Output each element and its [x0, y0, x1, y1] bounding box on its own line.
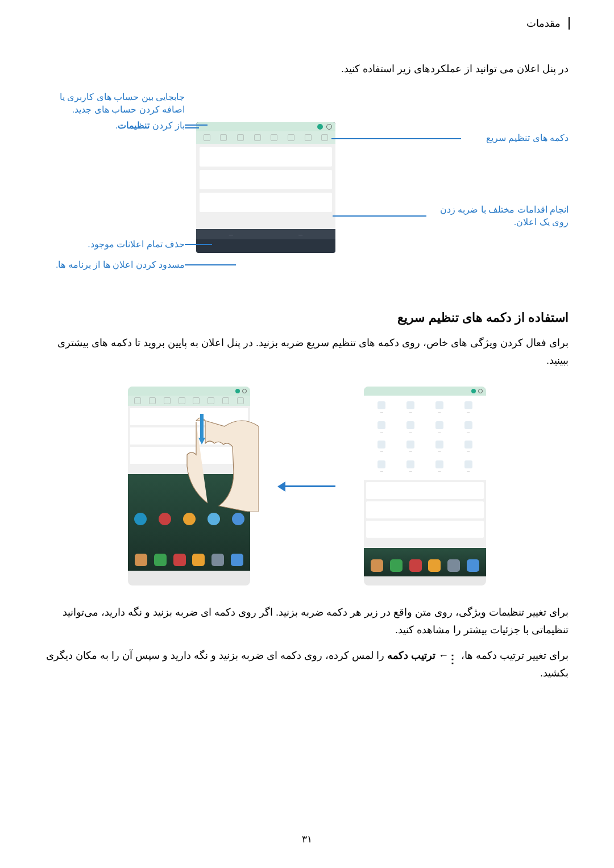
callout-line: [331, 138, 461, 139]
body3-bold: ترتیب دکمه: [387, 650, 435, 661]
gear-icon: [478, 389, 483, 393]
callout-line: [185, 244, 212, 245]
body-paragraph-1: برای فعال کردن ویژگی های خاص، روی دکمه ه…: [45, 334, 569, 369]
qs-icon: [288, 134, 294, 141]
panel-top-bar: [196, 122, 335, 131]
gear-icon: [326, 124, 332, 130]
notification-item: [200, 193, 332, 212]
chapter-header: مقدمات: [526, 17, 570, 30]
body-paragraph-3: برای تغییر ترتیب دکمه ها، ← ترتیب دکمه ر…: [45, 647, 569, 682]
quick-settings-bar: [196, 131, 335, 144]
callout-settings: باز کردن تنظیمات.: [113, 119, 185, 132]
dock: [364, 558, 486, 573]
notification-panel-diagram: — — جابجایی بین حساب های کاربری یا اصافه…: [0, 91, 614, 284]
callout-quick: دکمه های تنظیم سریع: [475, 132, 569, 144]
body3-pre: برای تغییر ترتیب دکمه ها،: [458, 650, 569, 661]
more-icon: [451, 651, 458, 661]
callout-line: [333, 215, 426, 217]
notification-item: [200, 170, 332, 189]
callout-line: [185, 124, 208, 126]
callout-accounts: جابجایی بین حساب های کاربری یا اصافه کرد…: [57, 91, 185, 117]
callout-clear: حذف تمام اعلانات موجود.: [75, 238, 185, 251]
panel-swipe-screenshot: [128, 387, 250, 585]
contacts-icon: [428, 559, 441, 572]
notification-item: [200, 147, 332, 167]
screenshot-row: — — — — — — — — — — — — — — — —: [0, 381, 614, 591]
intro-paragraph: در پنل اعلان می توانید از عملکردهای زیر …: [341, 63, 569, 75]
user-icon: [317, 124, 323, 130]
panel-footer: — —: [196, 229, 335, 239]
callout-line: [185, 127, 199, 128]
arrow-left-icon: [279, 485, 335, 487]
page-number: ۳۱: [302, 833, 312, 845]
qs-icon: [271, 134, 277, 141]
messages-icon: [409, 559, 422, 572]
qs-icon: [237, 134, 244, 141]
phone-panel-mock: — —: [196, 122, 335, 253]
callout-block: مسدود کردن اعلان ها از برنامه ها.: [51, 259, 185, 271]
qs-icon: [254, 134, 261, 141]
callout-line: [185, 264, 236, 265]
callout-tap: انجام اقدامات مختلف با ضربه زدن روی یک ا…: [429, 203, 569, 229]
section-heading: استفاده از دکمه های تنظیم سریع: [397, 310, 569, 325]
apps-icon: [467, 559, 479, 572]
phone-icon: [390, 559, 403, 572]
qs-icon: [220, 134, 227, 141]
browser-icon: [447, 559, 460, 572]
expanded-panel-screenshot: — — — — — — — — — — — — — — — —: [364, 387, 486, 585]
qs-icon: [204, 134, 210, 141]
shot-top: [364, 387, 486, 396]
qs-icon: [321, 134, 328, 141]
files-icon: [371, 559, 383, 572]
clear-label: —: [229, 232, 233, 236]
quick-settings-grid: — — — — — — — — — — — — — — — —: [364, 396, 486, 480]
notifications-area: [196, 144, 335, 229]
block-label: —: [298, 232, 302, 236]
body-paragraph-2: برای تغییر تنظیمات ویژگی، روی متن واقع د…: [45, 604, 569, 638]
user-icon: [471, 389, 476, 393]
qs-icon: [305, 134, 312, 141]
